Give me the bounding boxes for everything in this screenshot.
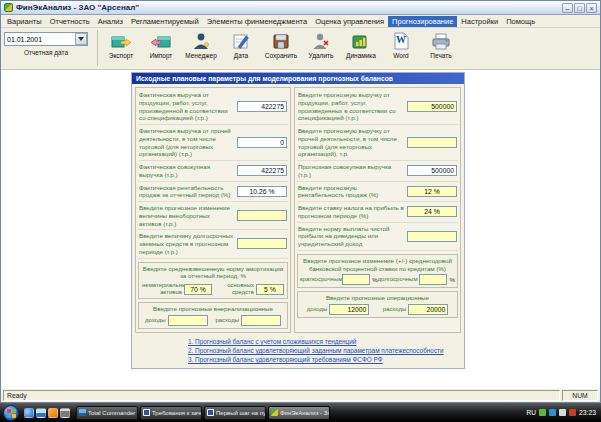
tray-messenger-icon[interactable]: [569, 409, 576, 416]
save-icon: [270, 31, 292, 51]
import-icon: [150, 31, 172, 51]
print-button[interactable]: Печать: [421, 30, 461, 59]
word-icon: W: [390, 31, 412, 51]
taskbar: Total Commander 7... Требования к зачету…: [0, 403, 601, 422]
taskbar-clock[interactable]: 23:23: [579, 409, 598, 416]
minimize-button[interactable]: –: [562, 3, 573, 13]
menu-management-assessment[interactable]: Оценка управления: [311, 16, 388, 27]
taskbar-item-finekanaliz[interactable]: ФинЭкАнализ - ЗА...: [268, 406, 330, 420]
title-bar: ФинЭкАнализ - ЗАО "Арсенал" – □ ×: [1, 1, 600, 15]
toolbar-separator: [97, 30, 98, 66]
report-date-combobox[interactable]: 01.01.2001: [4, 32, 88, 46]
forecast-profitability-input[interactable]: 12 %: [407, 186, 457, 197]
report-date-label: Отчетная дата: [24, 49, 68, 56]
dividend-payout-input[interactable]: [407, 231, 457, 242]
delete-button[interactable]: Удалить: [301, 30, 341, 59]
export-icon: [110, 31, 132, 51]
operating-group: Введите прогнозные операционные доходы 1…: [297, 291, 458, 318]
start-button[interactable]: [3, 405, 19, 421]
quicklaunch-media-icon[interactable]: [48, 408, 58, 418]
menu-settings[interactable]: Настройки: [457, 16, 502, 27]
windows-logo-icon: [7, 409, 11, 413]
taskbar-item-doc2[interactable]: Первый шаг на пу...: [204, 406, 266, 420]
date-button[interactable]: Дата: [221, 30, 261, 59]
nonoperating-group: Введите прогнозные внереализационные дох…: [138, 302, 288, 329]
link-balance-trends[interactable]: 1. Прогнозный баланс с учетом сложившихс…: [188, 338, 460, 345]
tray-volume-icon[interactable]: [559, 409, 566, 416]
actual-revenue-other-value: 0: [237, 137, 287, 148]
forecast-revenue-spec-input[interactable]: 500000: [407, 101, 457, 112]
manager-button[interactable]: Менеджер: [181, 30, 221, 59]
actual-profitability-value: 10.26 %: [237, 186, 287, 197]
operating-expense: расходы 20000: [383, 304, 449, 315]
bank-rate-shortterm-input[interactable]: [342, 274, 370, 285]
dynamics-button[interactable]: Динамика: [341, 30, 381, 59]
right-column: Введите прогнозную выручку от продукции,…: [294, 87, 461, 333]
num-lock-indicator: NUM: [562, 390, 598, 401]
menu-bar: Варианты Отчетность Анализ Регламентируе…: [1, 15, 600, 28]
forecast-parameters-panel: Исходные плановые параметры для моделиро…: [131, 72, 465, 369]
nonoperating-expense: расходы: [215, 315, 281, 326]
menu-help[interactable]: Помощь: [502, 16, 539, 27]
link-balance-fsfo[interactable]: 3. Прогнозный баланс удовлетворяющий тре…: [188, 356, 460, 363]
word-button[interactable]: W Word: [381, 30, 421, 59]
taskbar-item-doc1[interactable]: Требования к зачету...: [140, 406, 202, 420]
bank-rate-group: Введите прогнозное изменение (+/-) средн…: [297, 254, 458, 289]
profit-tax-rate-input[interactable]: 24 %: [407, 206, 457, 217]
bank-rate-shortterm: краткосрочным %: [300, 274, 378, 285]
language-indicator[interactable]: RU: [527, 409, 536, 416]
menu-forecasting[interactable]: Прогнозирование: [388, 16, 457, 27]
app-window: ФинЭкАнализ - ЗАО "Арсенал" – □ × Вариан…: [0, 0, 601, 403]
date-icon: [230, 31, 252, 51]
operating-income-input[interactable]: 12000: [329, 304, 369, 315]
amortization-intangible: нематериальных активов 70 %: [142, 282, 212, 296]
tray-network-icon[interactable]: [549, 409, 556, 416]
nonoperating-expense-input[interactable]: [241, 315, 281, 326]
operating-expense-input[interactable]: 20000: [408, 304, 448, 315]
taskbar-item-total-commander[interactable]: Total Commander 7...: [76, 406, 138, 420]
app-icon: [4, 3, 13, 12]
manager-icon: [190, 31, 212, 51]
menu-regulated[interactable]: Регламентируемый: [127, 16, 203, 27]
system-tray: RU 23:23: [527, 409, 598, 416]
bank-rate-longterm-input[interactable]: [419, 274, 447, 285]
nonoperating-income-input[interactable]: [168, 315, 208, 326]
field-forecast-revenue-other: Введите прогнозную выручку от прочей дея…: [297, 125, 458, 161]
noncurrent-assets-change-input[interactable]: [237, 210, 287, 221]
close-button[interactable]: ×: [586, 3, 597, 13]
amortization-group: Введите средневзвешенную норму амортизац…: [138, 262, 288, 300]
tray-antivirus-icon[interactable]: [539, 409, 546, 416]
link-balance-solvency[interactable]: 2. Прогнозный баланс удовлетворяющий зад…: [188, 347, 460, 354]
panel-title: Исходные плановые параметры для моделиро…: [132, 73, 464, 84]
word-document-icon: [143, 409, 150, 416]
actual-revenue-spec-value: 422275: [237, 101, 287, 112]
toolbar: 01.01.2001 Отчетная дата Экспорт Импорт …: [1, 28, 600, 70]
forecast-total-revenue-value: 500000: [407, 165, 457, 176]
quicklaunch-browser-icon[interactable]: [24, 408, 34, 418]
menu-analysis[interactable]: Анализ: [94, 16, 127, 27]
menu-variants[interactable]: Варианты: [3, 16, 46, 27]
quicklaunch-explorer-icon[interactable]: [60, 408, 70, 418]
actual-total-revenue-value: 422275: [237, 165, 287, 176]
status-text: Ready: [3, 390, 560, 401]
nonoperating-income: доходы: [145, 315, 208, 326]
field-actual-total-revenue: Фактическая совокупная выручка (т.р.) 42…: [138, 161, 288, 182]
amortization-fixed-assets-input[interactable]: 5 %: [256, 284, 284, 295]
delete-icon: [310, 31, 332, 51]
longterm-borrowings-input[interactable]: [237, 238, 287, 249]
dropdown-arrow-icon[interactable]: [75, 33, 87, 45]
save-button[interactable]: Сохранить: [261, 30, 301, 59]
total-commander-icon: [79, 409, 86, 416]
maximize-button[interactable]: □: [574, 3, 585, 13]
import-button[interactable]: Импорт: [141, 30, 181, 59]
forecast-balance-links: 1. Прогнозный баланс с учетом сложившихс…: [132, 334, 464, 366]
export-button[interactable]: Экспорт: [101, 30, 141, 59]
status-bar: Ready NUM: [1, 388, 600, 402]
forecast-revenue-other-input[interactable]: [407, 137, 457, 148]
amortization-intangible-input[interactable]: 70 %: [184, 284, 212, 295]
field-actual-revenue-other: Фактическая выручка от прочей деятельнос…: [138, 125, 288, 161]
menu-finmanagement[interactable]: Элементы финменеджмента: [203, 16, 311, 27]
menu-reports[interactable]: Отчетность: [46, 16, 94, 27]
quicklaunch-desktop-icon[interactable]: [36, 408, 46, 418]
window-title: ФинЭкАнализ - ЗАО "Арсенал": [16, 3, 562, 12]
